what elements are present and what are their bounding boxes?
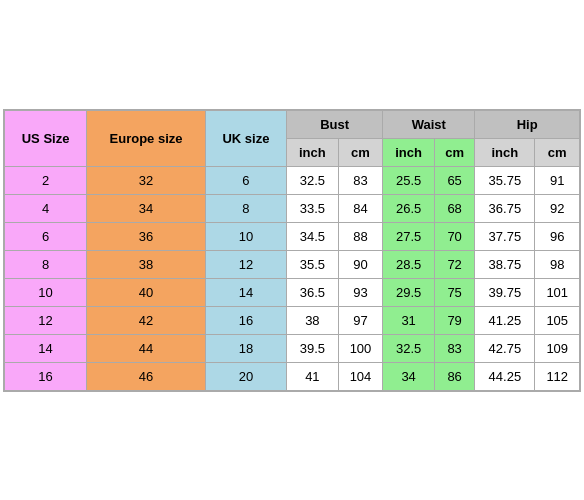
table-cell: 26.5 — [383, 194, 435, 222]
table-cell: 79 — [435, 306, 475, 334]
table-cell: 18 — [205, 334, 286, 362]
table-cell: 16 — [205, 306, 286, 334]
table-cell: 36 — [87, 222, 206, 250]
waist-cm-subheader: cm — [435, 138, 475, 166]
waist-inch-subheader: inch — [383, 138, 435, 166]
table-cell: 12 — [205, 250, 286, 278]
table-cell: 12 — [5, 306, 87, 334]
hip-cm-subheader: cm — [535, 138, 580, 166]
us-size-header: US Size — [5, 110, 87, 166]
table-cell: 6 — [5, 222, 87, 250]
table-cell: 84 — [338, 194, 382, 222]
hip-inch-subheader: inch — [475, 138, 535, 166]
header-row-1: US Size Europe size UK size Bust Waist H… — [5, 110, 580, 138]
table-cell: 41 — [286, 362, 338, 390]
table-cell: 75 — [435, 278, 475, 306]
table-cell: 37.75 — [475, 222, 535, 250]
bust-cm-subheader: cm — [338, 138, 382, 166]
table-cell: 38.75 — [475, 250, 535, 278]
table-cell: 16 — [5, 362, 87, 390]
table-cell: 36.75 — [475, 194, 535, 222]
table-cell: 35.5 — [286, 250, 338, 278]
table-cell: 65 — [435, 166, 475, 194]
table-cell: 4 — [5, 194, 87, 222]
table-cell: 32.5 — [286, 166, 338, 194]
table-cell: 68 — [435, 194, 475, 222]
table-cell: 91 — [535, 166, 580, 194]
table-cell: 92 — [535, 194, 580, 222]
table-row: 1242163897317941.25105 — [5, 306, 580, 334]
table-cell: 97 — [338, 306, 382, 334]
table-row: 434833.58426.56836.7592 — [5, 194, 580, 222]
table-cell: 86 — [435, 362, 475, 390]
table-cell: 39.75 — [475, 278, 535, 306]
table-cell: 34.5 — [286, 222, 338, 250]
table-cell: 32 — [87, 166, 206, 194]
size-chart-table: US Size Europe size UK size Bust Waist H… — [4, 110, 580, 391]
table-cell: 104 — [338, 362, 382, 390]
waist-header: Waist — [383, 110, 475, 138]
table-cell: 83 — [338, 166, 382, 194]
table-cell: 70 — [435, 222, 475, 250]
table-cell: 20 — [205, 362, 286, 390]
table-cell: 101 — [535, 278, 580, 306]
table-cell: 98 — [535, 250, 580, 278]
table-cell: 96 — [535, 222, 580, 250]
table-row: 10401436.59329.57539.75101 — [5, 278, 580, 306]
table-cell: 83 — [435, 334, 475, 362]
table-cell: 90 — [338, 250, 382, 278]
table-cell: 34 — [87, 194, 206, 222]
table-cell: 44 — [87, 334, 206, 362]
eu-size-header: Europe size — [87, 110, 206, 166]
table-cell: 38 — [87, 250, 206, 278]
table-cell: 40 — [87, 278, 206, 306]
table-cell: 42.75 — [475, 334, 535, 362]
size-chart-wrapper: US Size Europe size UK size Bust Waist H… — [3, 109, 581, 392]
table-cell: 42 — [87, 306, 206, 334]
table-cell: 10 — [205, 222, 286, 250]
table-cell: 6 — [205, 166, 286, 194]
table-cell: 8 — [5, 250, 87, 278]
table-cell: 32.5 — [383, 334, 435, 362]
table-cell: 36.5 — [286, 278, 338, 306]
table-cell: 33.5 — [286, 194, 338, 222]
table-cell: 8 — [205, 194, 286, 222]
table-cell: 14 — [205, 278, 286, 306]
table-cell: 34 — [383, 362, 435, 390]
table-cell: 100 — [338, 334, 382, 362]
table-cell: 25.5 — [383, 166, 435, 194]
table-cell: 35.75 — [475, 166, 535, 194]
table-cell: 93 — [338, 278, 382, 306]
table-cell: 46 — [87, 362, 206, 390]
table-cell: 28.5 — [383, 250, 435, 278]
bust-inch-subheader: inch — [286, 138, 338, 166]
size-chart-body: 232632.58325.56535.7591434833.58426.5683… — [5, 166, 580, 390]
table-cell: 72 — [435, 250, 475, 278]
table-row: 14441839.510032.58342.75109 — [5, 334, 580, 362]
table-row: 232632.58325.56535.7591 — [5, 166, 580, 194]
table-cell: 39.5 — [286, 334, 338, 362]
table-cell: 112 — [535, 362, 580, 390]
table-row: 6361034.58827.57037.7596 — [5, 222, 580, 250]
table-cell: 14 — [5, 334, 87, 362]
table-cell: 41.25 — [475, 306, 535, 334]
table-cell: 38 — [286, 306, 338, 334]
table-row: 8381235.59028.57238.7598 — [5, 250, 580, 278]
uk-size-header: UK size — [205, 110, 286, 166]
table-cell: 27.5 — [383, 222, 435, 250]
table-cell: 109 — [535, 334, 580, 362]
table-row: 16462041104348644.25112 — [5, 362, 580, 390]
table-cell: 2 — [5, 166, 87, 194]
table-cell: 31 — [383, 306, 435, 334]
table-cell: 10 — [5, 278, 87, 306]
table-cell: 105 — [535, 306, 580, 334]
table-cell: 88 — [338, 222, 382, 250]
hip-header: Hip — [475, 110, 580, 138]
table-cell: 44.25 — [475, 362, 535, 390]
table-cell: 29.5 — [383, 278, 435, 306]
bust-header: Bust — [286, 110, 382, 138]
